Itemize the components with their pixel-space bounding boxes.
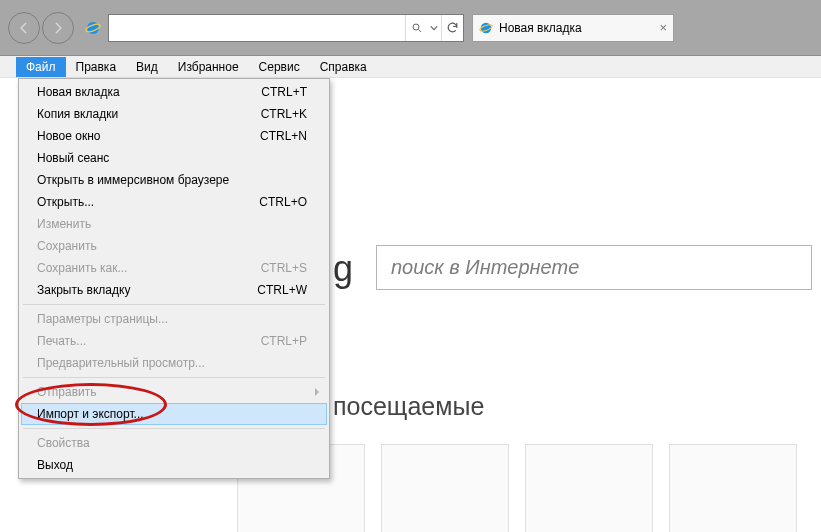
menu-item-сохранить-как: Сохранить как...CTRL+S xyxy=(21,257,327,279)
address-controls xyxy=(405,15,463,41)
arrow-left-icon xyxy=(17,21,31,35)
address-bar[interactable] xyxy=(108,14,464,42)
forward-button[interactable] xyxy=(42,12,74,44)
tab-title: Новая вкладка xyxy=(499,21,582,35)
menu-item-новый-сеанс[interactable]: Новый сеанс xyxy=(21,147,327,169)
menu-item-параметры-страницы: Параметры страницы... xyxy=(21,308,327,330)
menu-separator xyxy=(23,304,325,305)
dropdown-icon[interactable] xyxy=(427,15,441,41)
menu-item-shortcut: CTRL+S xyxy=(261,261,307,275)
menu-favorites[interactable]: Избранное xyxy=(168,57,249,77)
menu-item-label: Выход xyxy=(37,458,73,472)
tab-close-icon[interactable]: × xyxy=(659,20,667,35)
browser-toolbar: Новая вкладка × xyxy=(0,0,821,56)
svg-line-3 xyxy=(418,29,421,32)
menu-item-shortcut: CTRL+K xyxy=(261,107,307,121)
menu-item-label: Открыть в иммерсивном браузере xyxy=(37,173,229,187)
svg-point-2 xyxy=(413,24,419,30)
menu-item-label: Отправить xyxy=(37,385,97,399)
search-icon[interactable] xyxy=(405,15,427,41)
menu-item-новая-вкладка[interactable]: Новая вкладкаCTRL+T xyxy=(21,81,327,103)
logo-text-fragment: g xyxy=(333,248,353,290)
arrow-right-icon xyxy=(51,21,65,35)
menu-item-label: Импорт и экспорт... xyxy=(37,407,144,421)
menu-item-копия-вкладки[interactable]: Копия вкладкиCTRL+K xyxy=(21,103,327,125)
menu-item-label: Параметры страницы... xyxy=(37,312,168,326)
menu-file[interactable]: Файл xyxy=(16,57,66,77)
menu-item-сохранить: Сохранить xyxy=(21,235,327,257)
site-tile[interactable] xyxy=(381,444,509,532)
browser-tab[interactable]: Новая вкладка × xyxy=(472,14,674,42)
menu-item-импорт-и-экспорт[interactable]: Импорт и экспорт... xyxy=(21,403,327,425)
menu-separator xyxy=(23,377,325,378)
search-placeholder: поиск в Интернете xyxy=(391,256,579,279)
menu-item-открыть-в-иммерсивном-браузере[interactable]: Открыть в иммерсивном браузере xyxy=(21,169,327,191)
menu-item-label: Изменить xyxy=(37,217,91,231)
back-button[interactable] xyxy=(8,12,40,44)
menu-item-label: Открыть... xyxy=(37,195,94,209)
menu-help[interactable]: Справка xyxy=(310,57,377,77)
address-input[interactable] xyxy=(109,15,405,41)
menu-item-выход[interactable]: Выход xyxy=(21,454,327,476)
menu-item-label: Копия вкладки xyxy=(37,107,118,121)
menu-item-shortcut: CTRL+T xyxy=(261,85,307,99)
menu-item-label: Новое окно xyxy=(37,129,101,143)
menu-item-label: Закрыть вкладку xyxy=(37,283,130,297)
menu-item-изменить: Изменить xyxy=(21,213,327,235)
menu-item-label: Сохранить xyxy=(37,239,97,253)
file-menu-dropdown: Новая вкладкаCTRL+TКопия вкладкиCTRL+KНо… xyxy=(18,78,330,479)
search-box[interactable]: поиск в Интернете xyxy=(376,245,812,290)
menu-item-label: Печать... xyxy=(37,334,86,348)
menu-item-label: Свойства xyxy=(37,436,90,450)
menu-item-открыть[interactable]: Открыть...CTRL+O xyxy=(21,191,327,213)
menu-item-отправить: Отправить xyxy=(21,381,327,403)
menu-item-shortcut: CTRL+N xyxy=(260,129,307,143)
ie-logo-icon xyxy=(82,17,104,39)
menu-item-свойства: Свойства xyxy=(21,432,327,454)
refresh-icon[interactable] xyxy=(441,15,463,41)
menu-item-печать: Печать...CTRL+P xyxy=(21,330,327,352)
menu-tools[interactable]: Сервис xyxy=(249,57,310,77)
menu-item-label: Новый сеанс xyxy=(37,151,109,165)
menu-edit[interactable]: Правка xyxy=(66,57,127,77)
heading-fragment: посещаемые xyxy=(333,392,484,421)
menu-item-предварительный-просмотр: Предварительный просмотр... xyxy=(21,352,327,374)
nav-buttons xyxy=(8,12,74,44)
ie-tab-icon xyxy=(479,21,493,35)
menu-item-label: Новая вкладка xyxy=(37,85,120,99)
menu-item-shortcut: CTRL+O xyxy=(259,195,307,209)
site-tile[interactable] xyxy=(669,444,797,532)
menu-separator xyxy=(23,428,325,429)
menu-item-shortcut: CTRL+P xyxy=(261,334,307,348)
site-tile[interactable] xyxy=(525,444,653,532)
menu-item-shortcut: CTRL+W xyxy=(257,283,307,297)
menu-bar: Файл Правка Вид Избранное Сервис Справка xyxy=(0,56,821,78)
menu-item-новое-окно[interactable]: Новое окноCTRL+N xyxy=(21,125,327,147)
menu-item-label: Предварительный просмотр... xyxy=(37,356,205,370)
menu-view[interactable]: Вид xyxy=(126,57,168,77)
menu-item-label: Сохранить как... xyxy=(37,261,127,275)
menu-item-закрыть-вкладку[interactable]: Закрыть вкладкуCTRL+W xyxy=(21,279,327,301)
